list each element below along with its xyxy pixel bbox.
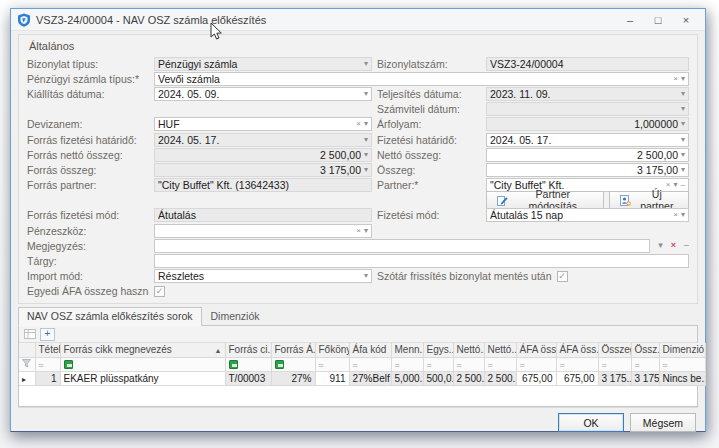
netto-osszeg-label: Nettó összeg: [377,149,481,161]
import-mod-field[interactable]: Részletes ▾ [154,269,372,283]
forras-netto-osszeg-field[interactable]: 2 500,00 ▾ [154,148,372,162]
close-button[interactable]: × [679,14,693,26]
chevron-down-icon[interactable]: ▾ [658,241,663,250]
col-forras-afa[interactable]: Forrás Á... [271,343,315,357]
col-fokonyvi[interactable]: Főkönyvi... [315,343,349,357]
chevron-down-icon[interactable]: ▾ [364,60,368,68]
szotar-frissites-checkbox[interactable]: ✓ [557,271,568,282]
forras-fizetesi-mod-field[interactable]: Átutalás [154,208,372,222]
megjegyzes-label: Megjegyzés: [27,240,149,252]
egyedi-afa-checkbox[interactable]: ✓ [154,286,165,297]
chevron-down-icon[interactable]: ▾ [364,272,368,280]
delete-icon[interactable]: × [671,241,676,250]
equals-filter-icon: = [602,360,607,370]
teljesites-datuma-field[interactable]: 2023. 11. 09. ▾ [486,87,689,101]
egyedi-afa-row: ✓ [154,286,372,297]
chevron-down-icon[interactable]: ▾ [681,90,685,98]
partner-buttons-row: Partner módosítás Új partner [486,191,689,210]
col-afa-osszeg-2[interactable]: ÁFA öss... [556,343,598,357]
lower-tabs: NAV OSZ számla előkészítés sorok Dimenzi… [18,308,698,326]
osszeg-field[interactable]: 3 175,00 ▾ [486,163,689,177]
minimize-button[interactable]: – [623,14,637,26]
fizetesi-hatarido-label: Fizetési határidő: [377,134,481,146]
cancel-button[interactable]: Mégsem [630,413,696,432]
titlebar[interactable]: VSZ3-24/00004 - NAV OSZ számla előkészít… [11,9,705,31]
arfolyam-field[interactable]: 1,000000 ▾ [486,117,689,131]
equals-filter-icon: = [457,360,462,370]
col-forras-cikk-megnevezes[interactable]: Forrás cikk megnevezés▲ [60,343,225,357]
clear-icon[interactable]: × [356,120,361,128]
col-netto-1[interactable]: Nettó... [453,343,484,357]
col-dimenzio[interactable]: Dimenzió [659,343,705,357]
fizetesi-hatarido-field[interactable]: 2024. 05. 17. ▾ [486,133,689,147]
mouse-cursor [210,22,223,41]
window-title: VSZ3-24/00004 - NAV OSZ számla előkészít… [36,14,623,26]
col-mennyiseg[interactable]: Menn... [391,343,423,357]
dialog-content: Általános Bizonylat típus: Pénzügyi szám… [11,31,705,432]
megjegyzes-row: ▾ × – [154,239,689,253]
general-form: Bizonylat típus: Pénzügyi számla ▾ Bizon… [27,56,689,299]
ellipsis-icon[interactable]: – [684,241,689,250]
clear-icon[interactable]: × [673,211,678,219]
lines-grid: Tétel... Forrás cikk megnevezés▲ Forrás … [19,343,706,386]
filter-funnel-cell[interactable] [19,357,35,371]
bizonylat-tipus-field[interactable]: Pénzügyi számla ▾ [154,57,372,71]
column-chooser-icon[interactable] [22,328,37,341]
add-row-button[interactable]: + [40,328,55,341]
maximize-button[interactable]: □ [651,14,665,26]
forras-fizetesi-hatarido-field[interactable]: 2024. 05. 17. ▾ [154,133,372,147]
targy-field[interactable] [154,254,689,268]
spinner-icon[interactable]: ▾ [681,120,685,128]
szamviteli-datum-field[interactable]: ▾ [486,102,689,116]
equals-filter-icon: = [427,360,432,370]
penzeszkoz-field[interactable]: × ▾ [154,224,372,238]
chevron-down-icon[interactable]: ▾ [364,120,368,128]
chevron-down-icon[interactable]: ▾ [681,211,685,219]
grid-toolbar: + [19,326,697,343]
ellipsis-icon[interactable]: – [681,181,685,189]
col-afa-osszeg-1[interactable]: ÁFA öss... [516,343,556,357]
targy-label: Tárgy: [27,255,149,267]
szotar-frissites-row: Szótár frissítés bizonylat mentés után ✓ [377,270,689,282]
devizanem-field[interactable]: HUF × ▾ [154,117,372,131]
arfolyam-label: Árfolyam: [377,118,481,130]
bizonylatszam-field[interactable]: VSZ3-24/00004 [486,57,689,71]
chevron-down-icon[interactable]: ▾ [681,136,685,144]
clear-icon[interactable]: × [356,227,361,235]
col-tetel[interactable]: Tétel... [35,343,60,357]
chevron-down-icon[interactable]: ▾ [364,227,368,235]
spinner-icon[interactable]: ▾ [681,166,685,174]
col-afa-kod[interactable]: Áfa kód [349,343,391,357]
col-netto-2[interactable]: Nettó... [484,343,516,357]
dialog-footer: OK Mégsem [18,407,698,432]
spinner-icon[interactable]: ▾ [681,151,685,159]
grid-data-row[interactable]: ▸ 1 EKAER plüsspatkány T/00003 27% 911 2… [19,371,705,385]
ok-button[interactable]: OK [558,413,624,432]
col-egysegar[interactable]: Egys... [423,343,453,357]
spinner-icon[interactable]: ▾ [364,151,368,159]
tab-nav-osz-sorok[interactable]: NAV OSZ számla előkészítés sorok [18,307,202,326]
spinner-icon[interactable]: ▾ [364,166,368,174]
col-osszeg-1[interactable]: Összeg [598,343,631,357]
clear-icon[interactable]: × [673,75,678,83]
contains-filter-icon [229,360,238,369]
megjegyzes-field[interactable] [154,239,650,253]
chevron-down-icon[interactable]: ▾ [681,75,685,83]
kiallitas-datuma-label: Kiállítás dátuma: [27,88,149,100]
edit-icon [497,195,508,206]
add-person-icon [620,195,631,206]
partner-modositas-button[interactable]: Partner módosítás [486,191,604,210]
penzugyi-szamla-tipus-field[interactable]: Vevői számla × ▾ [154,72,689,86]
forras-partner-field[interactable]: "City Buffet" Kft. (13642433) [154,178,372,192]
kiallitas-datuma-field[interactable]: 2024. 05. 09. ▾ [154,87,372,101]
chevron-down-icon[interactable]: ▾ [681,105,685,113]
forras-osszeg-field[interactable]: 3 175,00 ▾ [154,163,372,177]
netto-osszeg-field[interactable]: 2 500,00 ▾ [486,148,689,162]
uj-partner-button[interactable]: Új partner [609,191,689,210]
tab-dimenziok[interactable]: Dimenziók [202,307,269,326]
chevron-down-icon[interactable]: ▾ [364,136,368,144]
col-osszeg-2[interactable]: Össz... [631,343,659,357]
chevron-down-icon[interactable]: ▾ [364,90,368,98]
col-forras-cikk[interactable]: Forrás ci... [225,343,271,357]
fizetesi-mod-field[interactable]: Átutalás 15 nap × ▾ [486,208,689,222]
